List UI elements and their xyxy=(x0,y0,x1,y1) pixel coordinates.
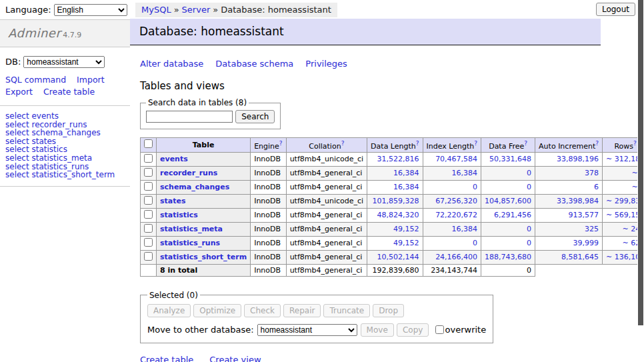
index-length-link[interactable]: 72,220,672 xyxy=(435,211,477,219)
data-free-link[interactable]: 0 xyxy=(527,183,531,191)
column-help-link[interactable]: ? xyxy=(524,140,527,147)
data-free-link[interactable]: 50,331,648 xyxy=(489,155,531,163)
row-select-checkbox[interactable] xyxy=(144,210,153,219)
check-button[interactable]: Check xyxy=(244,304,281,317)
auto-increment-link[interactable]: 6 xyxy=(594,183,599,191)
table-name-link[interactable]: statistics_short_term xyxy=(160,253,247,261)
row-select-checkbox[interactable] xyxy=(144,252,153,261)
data-length-link[interactable]: 16,384 xyxy=(393,183,419,191)
sidebar-select-table-link[interactable]: select statistics_meta xyxy=(5,154,125,163)
breadcrumb-mysql-link[interactable]: MySQL xyxy=(141,5,171,15)
create-view-link[interactable]: Create view xyxy=(209,355,261,362)
auto-increment-link[interactable]: 39,999 xyxy=(573,239,599,247)
data-length-link[interactable]: 49,152 xyxy=(393,239,419,247)
table-name-link[interactable]: statistics_meta xyxy=(160,225,223,233)
table-name-link[interactable]: recorder_runs xyxy=(160,169,217,177)
index-length-link[interactable]: 24,166,400 xyxy=(435,253,477,261)
row-select-checkbox[interactable] xyxy=(144,182,153,191)
sidebar-link-create-table[interactable]: Create table xyxy=(43,87,95,97)
sidebar-link-sql-command[interactable]: SQL command xyxy=(5,75,66,85)
select-all-checkbox[interactable] xyxy=(144,139,153,148)
sidebar-link-export[interactable]: Export xyxy=(5,87,33,97)
drop-button[interactable]: Drop xyxy=(373,304,404,317)
overwrite-label[interactable]: overwrite xyxy=(435,325,487,335)
breadcrumb-row: MySQL»Server»Database: homeassistant xyxy=(130,0,601,18)
data-free-link[interactable]: 104,857,600 xyxy=(485,197,531,205)
logout-button[interactable]: Logout xyxy=(596,3,635,16)
repair-button[interactable]: Repair xyxy=(283,304,321,317)
scrollbar-thumb[interactable] xyxy=(638,0,643,325)
footer-engine-cell: InnoDB xyxy=(251,264,286,276)
auto-increment-link[interactable]: 325 xyxy=(585,225,599,233)
data-free-link[interactable]: 0 xyxy=(527,169,531,177)
sidebar-select-table-link[interactable]: select events xyxy=(5,112,125,121)
column-help-link[interactable]: ? xyxy=(474,140,477,147)
index-length-link[interactable]: 67,256,320 xyxy=(435,197,477,205)
brand-band: Adminer4.7.9 xyxy=(0,20,130,47)
alter-database-link[interactable]: Alter database xyxy=(140,59,203,69)
table-name-link[interactable]: states xyxy=(160,197,186,205)
column-help-link[interactable]: ? xyxy=(595,140,599,147)
table-row: statisticsInnoDButf8mb4_general_ci48,824… xyxy=(141,208,644,222)
breadcrumb: MySQL»Server»Database: homeassistant xyxy=(135,3,337,17)
auto-increment-link[interactable]: 8,581,645 xyxy=(561,253,599,261)
index-length-cell: 16,384 xyxy=(423,166,481,180)
sidebar-select-table-link[interactable]: select schema_changes xyxy=(5,129,125,137)
collation-cell: utf8mb4_unicode_ci xyxy=(286,194,367,208)
row-select-checkbox[interactable] xyxy=(144,224,153,233)
table-name-link[interactable]: schema_changes xyxy=(160,183,229,191)
data-length-link[interactable]: 101,859,328 xyxy=(373,197,419,205)
sidebar-actions: SQL commandImport ExportCreate table xyxy=(0,69,130,106)
index-length-link[interactable]: 0 xyxy=(473,239,477,247)
table-name-cell: schema_changes xyxy=(157,180,251,194)
language-select[interactable]: English xyxy=(54,4,127,16)
column-help-link[interactable]: ? xyxy=(279,140,283,147)
table-name-link[interactable]: statistics xyxy=(160,211,198,219)
data-length-link[interactable]: 10,502,144 xyxy=(377,253,419,261)
data-free-link[interactable]: 0 xyxy=(527,239,531,247)
search-button[interactable]: Search xyxy=(235,110,275,123)
privileges-link[interactable]: Privileges xyxy=(305,59,347,69)
move-db-select[interactable]: homeassistant xyxy=(257,324,357,336)
breadcrumb-server-link[interactable]: Server xyxy=(182,5,211,15)
index-length-link[interactable]: 0 xyxy=(473,183,477,191)
row-select-checkbox[interactable] xyxy=(144,196,153,205)
row-select-checkbox[interactable] xyxy=(144,168,153,177)
overwrite-checkbox[interactable] xyxy=(435,325,444,334)
database-schema-link[interactable]: Database schema xyxy=(215,59,293,69)
auto-increment-link[interactable]: 378 xyxy=(585,169,599,177)
scrollbar-track[interactable] xyxy=(637,0,644,362)
db-select[interactable]: homeassistant xyxy=(23,56,105,68)
row-select-checkbox[interactable] xyxy=(144,238,153,247)
data-free-link[interactable]: 188,743,680 xyxy=(485,253,531,261)
auto-increment-link[interactable]: 33,398,984 xyxy=(557,197,599,205)
data-free-link[interactable]: 6,291,456 xyxy=(494,211,531,219)
table-name-link[interactable]: statistics_runs xyxy=(160,239,220,247)
move-button[interactable]: Move xyxy=(361,323,394,337)
column-help-link[interactable]: ? xyxy=(341,140,345,147)
sidebar-select-table-link[interactable]: select statistics_short_term xyxy=(5,171,125,179)
auto-increment-link[interactable]: 913,577 xyxy=(569,211,599,219)
auto-increment-link[interactable]: 33,898,196 xyxy=(557,155,599,163)
index-length-link[interactable]: 70,467,584 xyxy=(435,155,477,163)
truncate-button[interactable]: Truncate xyxy=(323,304,370,317)
data-free-link[interactable]: 0 xyxy=(527,225,531,233)
data-length-link[interactable]: 16,384 xyxy=(393,169,419,177)
create-table-link[interactable]: Create table xyxy=(140,355,193,362)
analyze-button[interactable]: Analyze xyxy=(147,304,191,317)
table-name-link[interactable]: events xyxy=(160,155,188,163)
optimize-button[interactable]: Optimize xyxy=(193,304,241,317)
data-length-link[interactable]: 49,152 xyxy=(393,225,419,233)
data-length-link[interactable]: 31,522,816 xyxy=(377,155,419,163)
index-length-link[interactable]: 16,384 xyxy=(452,225,478,233)
column-header: Index Length? xyxy=(423,138,481,153)
index-length-link[interactable]: 16,384 xyxy=(452,169,478,177)
sidebar-link-import[interactable]: Import xyxy=(77,75,105,85)
row-select-checkbox[interactable] xyxy=(144,154,153,163)
column-help-link[interactable]: ? xyxy=(633,140,637,147)
search-input[interactable] xyxy=(146,111,233,123)
overwrite-label-text: overwrite xyxy=(445,325,487,335)
copy-button[interactable]: Copy xyxy=(397,323,429,337)
data-length-link[interactable]: 48,824,320 xyxy=(377,211,419,219)
column-help-link[interactable]: ? xyxy=(416,140,419,147)
